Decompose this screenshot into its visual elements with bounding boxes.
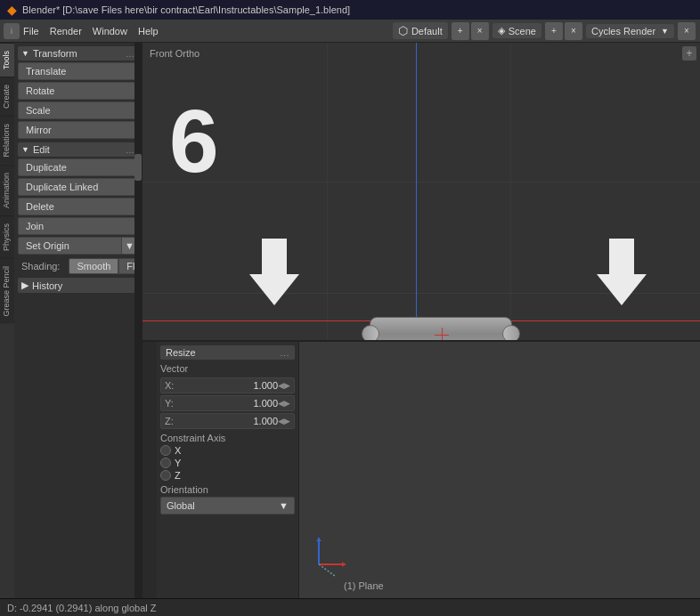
set-origin-row: Set Origin ▼ <box>18 237 138 255</box>
statusbar: D: -0.2941 (0.2941) along global Z <box>0 598 700 616</box>
x-arrows: ◀▶ <box>278 381 290 390</box>
rotate-btn[interactable]: Rotate <box>18 82 138 100</box>
transform-arrow: ▼ <box>21 49 29 58</box>
scene-type-selector[interactable]: ◈ Scene <box>492 23 541 38</box>
transform-label: Transform <box>33 48 77 59</box>
menu-window[interactable]: Window <box>93 26 127 36</box>
viewport[interactable]: Front Ortho + 6 <box>142 43 700 598</box>
translate-btn[interactable]: Translate <box>18 62 138 80</box>
tab-grease-pencil[interactable]: Grease Pencil <box>0 258 14 324</box>
plane-label: (1) Plane <box>344 580 384 591</box>
tab-relations[interactable]: Relations <box>0 116 14 165</box>
z-constraint[interactable]: Z <box>160 470 295 481</box>
x-checkbox[interactable] <box>160 445 171 456</box>
scrollbar-handle[interactable] <box>134 154 142 181</box>
x-value: 1.000 <box>179 380 278 391</box>
x-axis-label: X: <box>165 380 179 391</box>
left-tabs: Tools Create Relations Animation Physics… <box>0 43 14 598</box>
delete-btn[interactable]: Delete <box>18 198 138 215</box>
x-constraint[interactable]: X <box>160 445 295 456</box>
step-number: 6 <box>169 96 219 185</box>
resize-label: Resize <box>166 347 196 358</box>
join-btn[interactable]: Join <box>18 217 138 235</box>
menu-render[interactable]: Render <box>50 26 82 36</box>
left-panel: Tools Create Relations Animation Physics… <box>0 43 142 598</box>
z-field[interactable]: Z: 1.000 ◀▶ <box>160 413 295 429</box>
history-arrow: ▶ <box>21 280 28 291</box>
titlebar: ◆ Blender* [D:\save Files here\bir contr… <box>0 0 700 20</box>
y-constraint-label: Y <box>175 458 181 468</box>
close-engine-btn[interactable]: × <box>678 22 696 40</box>
transform-section: ▼ Transform … Translate Rotate Scale Mir… <box>18 46 138 139</box>
edit-section: ▼ Edit … Duplicate Duplicate Linked Dele… <box>18 142 138 255</box>
viewport-type-selector[interactable]: ⬡ Default <box>393 22 448 39</box>
duplicate-btn[interactable]: Duplicate <box>18 158 138 176</box>
shading-section: Shading: Smooth Flat <box>18 258 138 274</box>
resize-header: Resize … <box>160 345 295 360</box>
dropdown-arrow: ▼ <box>279 500 289 511</box>
set-origin-btn[interactable]: Set Origin <box>19 238 121 254</box>
panel-scrollbar[interactable] <box>134 43 142 598</box>
transform-header[interactable]: ▼ Transform … <box>18 46 138 61</box>
add-scene-btn[interactable]: + <box>545 22 563 40</box>
svg-marker-3 <box>316 538 322 541</box>
shading-row: Shading: Smooth Flat <box>18 258 138 274</box>
constraint-label: Constraint Axis <box>160 433 295 443</box>
svg-line-4 <box>319 564 335 576</box>
shading-label: Shading: <box>18 259 63 273</box>
viewport-label: Front Ortho <box>150 48 199 59</box>
smooth-btn[interactable]: Smooth <box>69 258 118 274</box>
y-checkbox[interactable] <box>160 458 171 468</box>
x-constraint-label: X <box>175 445 181 456</box>
tab-tools[interactable]: Tools <box>0 43 14 77</box>
edit-header[interactable]: ▼ Edit … <box>18 142 138 157</box>
orientation-label: Orientation <box>160 484 295 495</box>
z-axis-label: Z: <box>165 416 179 426</box>
svg-marker-1 <box>342 562 346 567</box>
history-section: ▶ History <box>18 278 138 293</box>
close-scene-btn[interactable]: × <box>565 22 582 40</box>
scale-btn[interactable]: Scale <box>18 101 138 119</box>
arrow-left <box>249 239 299 305</box>
z-value: 1.000 <box>179 416 278 426</box>
tab-physics[interactable]: Physics <box>0 215 14 258</box>
menu-items: File Render Window Help <box>23 26 159 36</box>
y-constraint[interactable]: Y <box>160 458 295 468</box>
close-workspace-btn[interactable]: × <box>471 22 489 40</box>
viewport-plus-btn[interactable]: + <box>682 46 696 61</box>
add-workspace-btn[interactable]: + <box>452 22 469 40</box>
engine-selector[interactable]: Cycles Render ▼ <box>586 24 674 38</box>
edit-arrow: ▼ <box>21 145 29 154</box>
z-checkbox[interactable] <box>160 470 171 481</box>
bottom-viewport[interactable]: (1) Plane <box>299 342 700 598</box>
bottom-area: Resize … Vector X: 1.000 ◀▶ Y: 1.000 ◀▶ … <box>142 340 700 598</box>
global-dropdown[interactable]: Global ▼ <box>160 497 295 515</box>
info-icon[interactable]: i <box>4 23 20 39</box>
blender-icon: ◆ <box>7 3 17 17</box>
history-label: History <box>32 280 62 291</box>
edit-label: Edit <box>33 144 50 155</box>
menu-file[interactable]: File <box>23 26 39 36</box>
duplicate-linked-btn[interactable]: Duplicate Linked <box>18 178 138 196</box>
x-field[interactable]: X: 1.000 ◀▶ <box>160 377 295 393</box>
resize-dots: … <box>280 347 289 358</box>
y-axis-label: Y: <box>165 398 179 409</box>
history-header[interactable]: ▶ History <box>18 278 138 293</box>
y-arrows: ◀▶ <box>278 399 290 408</box>
status-text: D: -0.2941 (0.2941) along global Z <box>7 603 157 613</box>
z-constraint-label: Z <box>175 470 181 481</box>
arrow-right <box>597 239 647 305</box>
y-field[interactable]: Y: 1.000 ◀▶ <box>160 395 295 411</box>
menu-help[interactable]: Help <box>138 26 159 36</box>
mirror-btn[interactable]: Mirror <box>18 121 138 139</box>
menubar: i File Render Window Help ⬡ Default + × … <box>0 20 700 43</box>
vector-label: Vector <box>160 363 295 374</box>
tab-animation[interactable]: Animation <box>0 165 14 215</box>
tab-create[interactable]: Create <box>0 77 14 116</box>
titlebar-text: Blender* [D:\save Files here\bir contrac… <box>22 4 350 15</box>
coord-axes <box>310 533 354 578</box>
y-value: 1.000 <box>179 398 278 409</box>
resize-panel: Resize … Vector X: 1.000 ◀▶ Y: 1.000 ◀▶ … <box>157 342 299 598</box>
grid-h2 <box>142 182 700 182</box>
main-area: Tools Create Relations Animation Physics… <box>0 43 700 598</box>
